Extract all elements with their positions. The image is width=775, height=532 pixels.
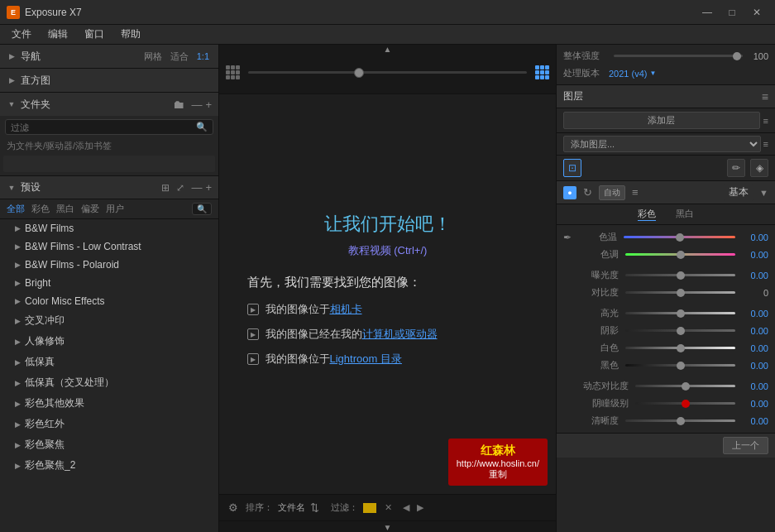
add-layer-button[interactable]: 添加层 <box>563 112 760 129</box>
find-computer-link[interactable]: 计算机或驱动器 <box>362 327 438 342</box>
left-panel: ▶ 导航 网格 适合 1:1 ▶ 直方图 ▼ 文件夹 🖿 <box>0 45 219 532</box>
grid-view-icon[interactable] <box>226 65 240 79</box>
close-button[interactable]: ✕ <box>745 4 768 21</box>
tutorial-link[interactable]: 教程视频 (Ctrl+/) <box>348 244 428 256</box>
play-btn-camera[interactable]: ▶ <box>247 304 259 315</box>
ratio-view-btn[interactable]: 1:1 <box>194 50 212 62</box>
strength-slider[interactable] <box>614 55 743 57</box>
preset-item-bwfilms[interactable]: ▶ B&W Films <box>0 219 218 237</box>
preset-item-focus[interactable]: ▶ 彩色聚焦 <box>0 434 218 455</box>
dynamic-label: 动态对比度 <box>579 380 629 392</box>
minimize-button[interactable]: — <box>696 4 719 21</box>
fit-view-btn[interactable]: 适合 <box>168 50 191 64</box>
preset-item-lofi[interactable]: ▶ 低保真 <box>0 352 218 372</box>
prev-arrow-btn[interactable]: ◀ <box>399 501 413 515</box>
brush-tool-icon[interactable]: ✏ <box>727 159 745 177</box>
preset-tab-color[interactable]: 彩色 <box>31 203 50 215</box>
presets-plus-btn[interactable]: + <box>205 181 212 194</box>
histogram-header[interactable]: ▶ 直方图 <box>0 69 218 92</box>
contrast-slider[interactable] <box>625 291 735 294</box>
preset-item-bwfilms-low[interactable]: ▶ B&W Films - Low Contrast <box>0 237 218 256</box>
highlights-slider[interactable] <box>625 312 735 314</box>
menu-help[interactable]: 帮助 <box>114 26 147 43</box>
layer-settings-icon[interactable]: ≡ <box>763 139 768 149</box>
filmstrip-bottom-arrow[interactable]: ▼ <box>219 520 556 532</box>
welcome-subtitle[interactable]: 教程视频 (Ctrl+/) <box>247 243 529 258</box>
play-btn-lightroom[interactable]: ▶ <box>247 353 259 365</box>
folder-minus-btn[interactable]: — <box>191 98 202 111</box>
filmstrip-size-icon[interactable] <box>535 65 549 79</box>
layers-menu-icon[interactable]: ≡ <box>762 90 768 103</box>
preset-tab-user[interactable]: 用户 <box>106 203 124 215</box>
presets-minus-btn[interactable]: — <box>191 181 202 194</box>
folder-plus-btn[interactable]: + <box>205 98 212 111</box>
play-btn-computer[interactable]: ▶ <box>247 328 259 340</box>
tint-slider[interactable] <box>625 253 735 256</box>
preset-item-color-misc2[interactable]: ▶ 彩色其他效果 <box>0 393 218 414</box>
shadows-thumb <box>677 327 685 335</box>
clarity-slider[interactable] <box>625 419 735 422</box>
basic-dropdown-icon[interactable]: ▼ <box>759 188 768 198</box>
preset-item-color-misc[interactable]: ▶ Color Misc Effects <box>0 292 218 310</box>
shadow-tonal-slider[interactable] <box>635 402 735 405</box>
center-panel: ▲ 让我们开始吧！ <box>219 45 556 532</box>
sort-value[interactable]: 文件名 <box>278 501 305 514</box>
add-layer-select[interactable]: 添加图层... <box>563 136 761 152</box>
find-lr-link[interactable]: Lightroom 目录 <box>330 352 402 367</box>
menu-file[interactable]: 文件 <box>5 26 38 43</box>
version-value[interactable]: 2021 (v4) ▼ <box>609 69 656 79</box>
sort-direction-icon[interactable]: ⇅ <box>310 501 319 514</box>
maximize-button[interactable]: □ <box>720 4 744 21</box>
crop-tool-icon[interactable]: ⊡ <box>563 159 581 177</box>
next-arrow-btn[interactable]: ▶ <box>414 501 427 515</box>
grid-view-btn[interactable]: 网格 <box>141 50 165 64</box>
menu-window[interactable]: 窗口 <box>78 26 111 43</box>
filmstrip-slider[interactable] <box>248 71 527 74</box>
adj-menu-icon[interactable]: ≡ <box>632 186 639 199</box>
preset-tab-bw[interactable]: 黑白 <box>56 203 74 215</box>
presets-header[interactable]: ▼ 预设 ⊞ ⤢ — + <box>0 176 218 199</box>
shadows-slider[interactable] <box>625 329 735 332</box>
nav-header[interactable]: ▶ 导航 网格 适合 1:1 <box>0 45 218 68</box>
adj-sync-icon[interactable]: ↻ <box>583 186 592 199</box>
erase-tool-icon[interactable]: ◈ <box>750 159 768 177</box>
nav-view-options: 网格 适合 1:1 <box>141 50 212 64</box>
add-layer-menu-icon[interactable]: ≡ <box>763 116 768 126</box>
filter-flag-icon[interactable] <box>363 503 376 513</box>
temp-eyedropper-icon[interactable]: ✒ <box>563 232 572 243</box>
preset-item-bwfilms-polaroid[interactable]: ▶ B&W Films - Polaroid <box>0 256 218 274</box>
presets-expand-icon[interactable]: ⤢ <box>176 182 184 194</box>
filter-x-btn[interactable]: ✕ <box>381 501 395 515</box>
contrast-thumb <box>677 289 685 297</box>
preset-tab-all[interactable]: 全部 <box>7 203 25 215</box>
adj-row-contrast: 对比度 0 <box>557 284 775 301</box>
folder-header[interactable]: ▼ 文件夹 🖿 — + <box>0 93 218 116</box>
preset-item-bright[interactable]: ▶ Bright <box>0 274 218 292</box>
tab-bw[interactable]: 黑白 <box>676 208 694 221</box>
adj-row-highlights: 高光 0.00 <box>557 304 775 322</box>
find-camera-link[interactable]: 相机卡 <box>330 302 362 317</box>
presets-grid-icon[interactable]: ⊞ <box>161 182 170 194</box>
preset-tab-fav[interactable]: 偏爱 <box>81 203 99 215</box>
whites-slider[interactable] <box>625 347 735 349</box>
preset-bwfilms-label: B&W Films <box>25 223 74 234</box>
folder-icon[interactable]: 🖿 <box>173 98 184 111</box>
version-dropdown-arrow: ▼ <box>649 69 656 77</box>
tab-color[interactable]: 彩色 <box>638 208 656 221</box>
settings-gear-icon[interactable]: ⚙ <box>226 501 241 515</box>
blacks-slider[interactable] <box>625 364 735 367</box>
dynamic-slider[interactable] <box>635 385 735 387</box>
auto-button[interactable]: 自动 <box>599 185 625 200</box>
color-bw-tabs: 彩色 黑白 <box>557 204 775 225</box>
preset-item-cross[interactable]: ▶ 交叉冲印 <box>0 310 218 331</box>
preset-item-portrait[interactable]: ▶ 人像修饰 <box>0 331 218 352</box>
up-button[interactable]: 上一个 <box>723 437 768 454</box>
filmstrip-up-arrow[interactable]: ▲ <box>384 45 392 54</box>
menu-edit[interactable]: 编辑 <box>41 26 74 43</box>
preset-item-ir[interactable]: ▶ 彩色红外 <box>0 414 218 434</box>
preset-item-focus2[interactable]: ▶ 彩色聚焦_2 <box>0 455 218 476</box>
temp-slider[interactable] <box>624 236 735 238</box>
preset-item-lofi-cross[interactable]: ▶ 低保真（交叉处理） <box>0 372 218 393</box>
folder-filter-input[interactable] <box>11 122 196 132</box>
exposure-slider[interactable] <box>625 274 735 276</box>
